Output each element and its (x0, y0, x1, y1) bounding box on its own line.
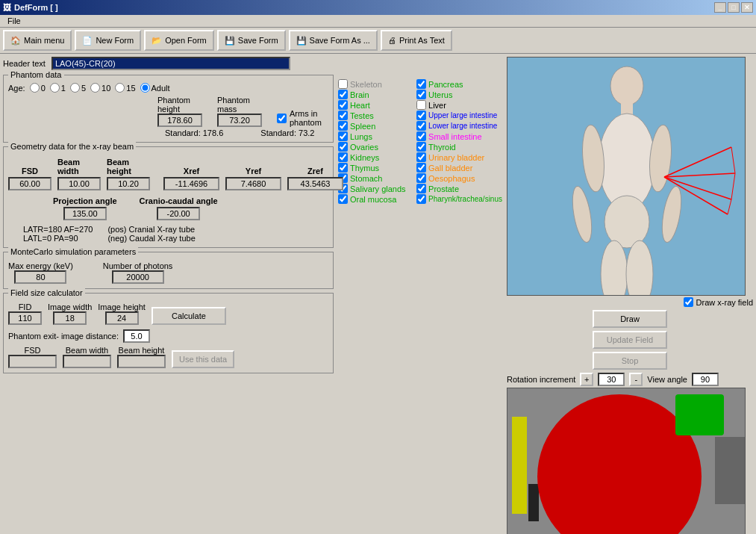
organ-oesophagus-checkbox[interactable] (416, 173, 426, 183)
bottom-beam-width-input[interactable] (63, 355, 111, 368)
arms-in-phantom-checkbox[interactable] (277, 114, 287, 123)
organ-prostate-label[interactable]: Prostate (428, 184, 459, 193)
organ-stomach-label[interactable]: Stomach (350, 174, 382, 183)
age-10-label[interactable]: 10 (90, 83, 110, 93)
organ-small-intestine-checkbox[interactable] (416, 131, 426, 141)
cranio-caudal-input[interactable] (157, 207, 200, 220)
stop-button[interactable]: Stop (593, 352, 667, 370)
projection-angle-input[interactable] (63, 207, 107, 220)
organ-spleen-label[interactable]: Spleen (350, 122, 375, 131)
rotation-value-input[interactable] (598, 373, 625, 386)
zref-input[interactable] (287, 177, 343, 190)
yref-input[interactable] (225, 177, 281, 190)
organ-thymus-label[interactable]: Thymus (350, 164, 379, 173)
age-adult-radio[interactable] (140, 83, 150, 93)
phantom-mass-input[interactable] (217, 114, 262, 127)
beam-height-input[interactable] (107, 177, 150, 190)
organ-brain-checkbox[interactable] (338, 90, 348, 99)
organ-kidneys-checkbox[interactable] (338, 152, 348, 162)
organ-pharynk-checkbox[interactable] (416, 194, 426, 204)
xref-input[interactable] (163, 177, 219, 190)
close-btn[interactable]: ✕ (741, 2, 753, 13)
organ-gall-label[interactable]: Gall bladder (428, 164, 472, 173)
organ-uterus-checkbox[interactable] (416, 90, 426, 99)
organ-salivary: Salivary glands (338, 184, 415, 193)
organ-liver-label[interactable]: Liver (428, 101, 446, 110)
organ-pancreas-label[interactable]: Pancreas (428, 80, 463, 89)
age-15-radio[interactable] (115, 83, 125, 93)
organ-upper-large-label[interactable]: Upper large intestine (428, 111, 497, 119)
age-0-radio[interactable] (30, 83, 40, 93)
max-energy-input[interactable] (14, 270, 66, 284)
organ-pharynk-label[interactable]: Pharynk/trachea/sinus (428, 195, 502, 203)
organ-pancreas-checkbox[interactable] (416, 79, 426, 89)
organ-gall-checkbox[interactable] (416, 163, 426, 173)
rotation-plus-button[interactable]: + (580, 373, 593, 386)
organ-skeleton-checkbox[interactable] (338, 79, 348, 89)
organ-heart-checkbox[interactable] (338, 100, 348, 110)
age-5-label[interactable]: 5 (70, 83, 86, 93)
image-width-input[interactable] (53, 311, 87, 325)
organ-uterus-label[interactable]: Uterus (428, 90, 452, 99)
main-menu-button[interactable]: 🏠 Main menu (3, 30, 72, 51)
organ-lungs-checkbox[interactable] (338, 131, 348, 141)
print-as-text-button[interactable]: 🖨 Print As Text (381, 30, 452, 51)
organ-liver-checkbox[interactable] (416, 100, 426, 110)
organ-lungs-label[interactable]: Lungs (350, 132, 372, 141)
age-1-label[interactable]: 1 (50, 83, 66, 93)
phantom-height-input[interactable] (157, 114, 202, 127)
bottom-beam-height-input[interactable] (117, 355, 166, 368)
bottom-fsd-input[interactable] (8, 355, 57, 368)
age-15-label[interactable]: 15 (115, 83, 135, 93)
age-adult-label[interactable]: Adult (140, 83, 170, 93)
rotation-minus-button[interactable]: - (629, 373, 643, 386)
organ-lower-large-checkbox[interactable] (416, 121, 426, 131)
file-menu[interactable]: File (3, 15, 25, 27)
organ-oral-label[interactable]: Oral mucosa (350, 195, 396, 204)
image-height-input[interactable] (105, 311, 139, 325)
arms-in-phantom-row[interactable]: Arms in phantom (277, 109, 328, 127)
organ-urinary-checkbox[interactable] (416, 152, 426, 162)
age-10-radio[interactable] (90, 83, 100, 93)
organ-brain-label[interactable]: Brain (350, 90, 369, 99)
organ-skeleton-label[interactable]: Skeleton (350, 80, 382, 89)
maximize-btn[interactable]: □ (728, 2, 740, 13)
use-data-button[interactable]: Use this data (172, 350, 234, 368)
organ-lower-large-label[interactable]: Lower large intestine (428, 122, 497, 130)
age-0-label[interactable]: 0 (30, 83, 46, 93)
organ-thyroid-label[interactable]: Thyroid (428, 143, 456, 152)
draw-button[interactable]: Draw (593, 310, 667, 328)
organ-ovaries-checkbox[interactable] (338, 142, 348, 152)
open-form-button[interactable]: 📂 Open Form (144, 30, 214, 51)
view-angle-input[interactable] (692, 373, 719, 386)
draw-xray-checkbox[interactable] (684, 297, 693, 307)
minimize-btn[interactable]: _ (714, 2, 726, 13)
organ-upper-large-checkbox[interactable] (416, 111, 426, 120)
beam-width-input[interactable] (57, 177, 101, 190)
organ-oral-checkbox[interactable] (338, 194, 348, 204)
organ-oesophagus-label[interactable]: Oesophagus (428, 174, 475, 183)
organ-prostate-checkbox[interactable] (416, 184, 426, 193)
calculate-button[interactable]: Calculate (151, 307, 226, 325)
fid-input[interactable] (8, 311, 42, 325)
num-photons-input[interactable] (112, 270, 164, 284)
save-form-button[interactable]: 💾 Save Form (217, 30, 286, 51)
organ-kidneys-label[interactable]: Kidneys (350, 153, 379, 162)
organ-salivary-label[interactable]: Salivary glands (350, 184, 406, 193)
header-text-input[interactable] (51, 57, 290, 70)
age-5-radio[interactable] (70, 83, 80, 93)
organ-heart-label[interactable]: Heart (350, 101, 370, 110)
organ-thyroid-checkbox[interactable] (416, 142, 426, 152)
fsd-input[interactable] (8, 177, 51, 190)
new-form-button[interactable]: 📄 New Form (75, 30, 141, 51)
phantom-exit-input[interactable] (123, 329, 150, 343)
organ-small-intestine-label[interactable]: Small intestine (428, 132, 482, 141)
organ-urinary-label[interactable]: Urinary bladder (428, 153, 484, 162)
save-form-as-button[interactable]: 💾 Save Form As ... (289, 30, 378, 51)
organ-ovaries-label[interactable]: Ovaries (350, 143, 378, 152)
age-1-radio[interactable] (50, 83, 60, 93)
organ-testes-checkbox[interactable] (338, 111, 348, 120)
organ-testes-label[interactable]: Testes (350, 111, 374, 120)
organ-spleen-checkbox[interactable] (338, 121, 348, 131)
update-field-button[interactable]: Update Field (593, 331, 667, 349)
